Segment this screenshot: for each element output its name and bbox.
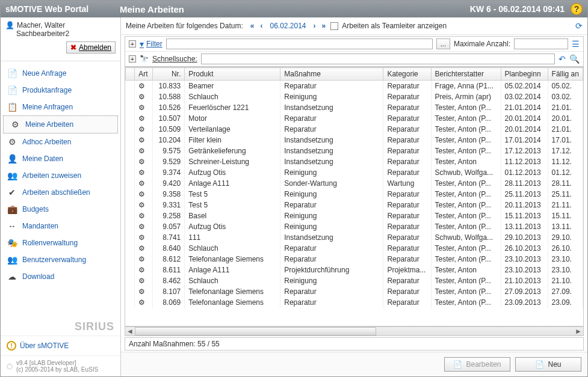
filter-more-button[interactable]: ... bbox=[436, 38, 450, 49]
sidebar-item-mandanten[interactable]: ↔Mandanten bbox=[1, 218, 120, 234]
table-row[interactable]: ⚙8.107Telefonanlage SiemensReparaturRepa… bbox=[126, 286, 583, 297]
nav-icon: ✔ bbox=[7, 187, 17, 198]
column-header[interactable]: Art bbox=[135, 68, 153, 81]
expand-filter-icon[interactable]: + bbox=[129, 40, 136, 48]
sidebar-item-budgets[interactable]: 💼Budgets bbox=[1, 201, 120, 218]
column-header[interactable]: Planbeginn bbox=[501, 68, 548, 81]
sidebar-item-arbeiten-abschließen[interactable]: ✔Arbeiten abschließen bbox=[1, 184, 120, 201]
column-header[interactable]: Produkt bbox=[185, 68, 280, 81]
table-row[interactable]: ⚙9.331Test 5ReparaturReparaturTester, An… bbox=[126, 200, 583, 210]
gear-icon: ⚙ bbox=[138, 136, 145, 144]
gear-icon: ⚙ bbox=[138, 179, 145, 188]
date-link[interactable]: 06.02.2014 bbox=[267, 22, 308, 30]
nav-icon: 📄 bbox=[7, 68, 17, 79]
sidebar-item-label: Budgets bbox=[22, 205, 49, 213]
about-link[interactable]: !Über sMOTIVE bbox=[1, 336, 120, 355]
nav-icon: 👥 bbox=[7, 254, 17, 265]
table-row[interactable]: ⚙8.069Telefonanlage SiemensReparaturRepa… bbox=[126, 297, 583, 308]
gear-icon: ⚙ bbox=[138, 287, 145, 296]
table-row[interactable]: ⚙8.612Telefonanlage SiemensReparaturRepa… bbox=[126, 254, 583, 265]
sidebar-item-label: Meine Anfragen bbox=[22, 103, 73, 111]
datebar-label: Meine Arbeiten für folgendes Datum: bbox=[126, 22, 243, 30]
prev-icon[interactable]: ‹ bbox=[259, 22, 264, 30]
table-row[interactable]: ⚙9.420Anlage A111Sonder-WartungWartungTe… bbox=[126, 178, 583, 189]
column-header[interactable]: Nr. bbox=[152, 68, 185, 81]
logout-button[interactable]: Abmelden bbox=[66, 41, 116, 54]
sidebar-item-label: Produktanfrage bbox=[22, 86, 72, 94]
table-row[interactable]: ⚙8.640SchlauchReparaturReparaturTester, … bbox=[126, 243, 583, 254]
nav-icon: ↔ bbox=[7, 221, 17, 231]
gear-icon: ⚙ bbox=[138, 277, 145, 285]
expand-quicksearch-icon[interactable]: + bbox=[129, 55, 136, 63]
table-row[interactable]: ⚙9.575GetränkelieferungInstandsetzungRep… bbox=[126, 146, 583, 156]
sidebar-item-produktanfrage[interactable]: 📄Produktanfrage bbox=[1, 82, 120, 99]
count-bar: Anzahl Maßnahmen: 55 / 55 bbox=[125, 337, 584, 351]
nav: 📄Neue Anfrage📄Produktanfrage📋Meine Anfra… bbox=[1, 61, 120, 318]
sidebar-item-rollenverwaltung[interactable]: 🎭Rollenverwaltung bbox=[1, 234, 120, 251]
sidebar-item-label: Meine Arbeiten bbox=[25, 120, 73, 129]
table-row[interactable]: ⚙10.507MotorReparaturReparaturTester, An… bbox=[126, 113, 583, 124]
table-row[interactable]: ⚙9.057Aufzug OtisReinigungReparaturTeste… bbox=[126, 221, 583, 232]
sidebar-item-meine-daten[interactable]: 👤Meine Daten bbox=[1, 150, 120, 167]
table-row[interactable]: ⚙9.374Aufzug OtisReinigungReparaturSchwu… bbox=[126, 167, 583, 178]
apply-filter-icon[interactable]: ☰ bbox=[572, 39, 580, 49]
sidebar-item-label: Benutzerverwaltung bbox=[22, 256, 86, 264]
table-row[interactable]: ⚙8.741111InstandsetzungReparaturSchwub, … bbox=[126, 232, 583, 243]
scroll-thumb[interactable] bbox=[135, 327, 376, 336]
edit-button[interactable]: 📄Bearbeiten bbox=[444, 357, 510, 372]
brand: sMOTIVE Web Portal bbox=[5, 4, 120, 14]
help-icon[interactable]: ? bbox=[571, 3, 583, 15]
undo-icon[interactable]: ↶ bbox=[559, 54, 566, 64]
table-row[interactable]: ⚙9.258BaselReinigungReparaturTester, Ant… bbox=[126, 210, 583, 221]
table-row[interactable]: ⚙9.529Schreiner-LeistungInstandsetzungRe… bbox=[126, 156, 583, 167]
sidebar-item-adhoc-arbeiten[interactable]: ⚙Adhoc Arbeiten bbox=[1, 133, 120, 150]
max-input[interactable] bbox=[514, 38, 568, 49]
column-header[interactable]: Fällig an bbox=[548, 68, 583, 81]
new-button[interactable]: 📄Neu bbox=[515, 357, 581, 372]
horizontal-scrollbar[interactable]: ◄ ► bbox=[125, 326, 584, 336]
sidebar-item-neue-anfrage[interactable]: 📄Neue Anfrage bbox=[1, 65, 120, 82]
table-row[interactable]: ⚙10.204Filter kleinInstandsetzungReparat… bbox=[126, 135, 583, 146]
binoculars-icon: 🔭 bbox=[140, 55, 149, 63]
table-row[interactable]: ⚙8.462SchlauchReinigungReparaturTester, … bbox=[126, 275, 583, 286]
quicksearch-label: Schnellsuche: bbox=[152, 55, 197, 63]
table-row[interactable]: ⚙9.358Test 5ReinigungReparaturTester, An… bbox=[126, 189, 583, 200]
first-icon[interactable]: « bbox=[249, 22, 256, 30]
filter-label[interactable]: ▾Filter bbox=[140, 39, 162, 49]
next-icon[interactable]: › bbox=[312, 22, 317, 30]
table-row[interactable]: ⚙10.526Feuerlöscher 1221InstandsetzungRe… bbox=[126, 102, 583, 113]
table-row[interactable]: ⚙8.611Anlage A111ProjektdurchführungProj… bbox=[126, 265, 583, 275]
gear-icon: ⚙ bbox=[138, 255, 145, 263]
table-row[interactable]: ⚙10.588SchlauchReinigungReparaturPreis, … bbox=[126, 91, 583, 102]
funnel-icon: ▾ bbox=[140, 39, 144, 49]
nav-icon: ☁ bbox=[7, 271, 17, 282]
column-header[interactable]: Berichterstatter bbox=[431, 68, 501, 81]
info-icon: ! bbox=[7, 341, 16, 351]
sidebar-item-meine-anfragen[interactable]: 📋Meine Anfragen bbox=[1, 99, 120, 115]
nav-icon: 👤 bbox=[7, 153, 17, 164]
refresh-icon[interactable]: ⟳ bbox=[575, 21, 583, 31]
filter-input[interactable] bbox=[166, 38, 433, 49]
gear-icon: ⚙ bbox=[138, 222, 145, 231]
gear-icon: ⚙ bbox=[138, 190, 145, 198]
search-icon[interactable]: 🔍 bbox=[569, 54, 580, 64]
scroll-right-icon[interactable]: ► bbox=[574, 327, 583, 336]
teamleader-label: Arbeiten als Teamleiter anzeigen bbox=[342, 22, 447, 30]
sidebar-item-meine-arbeiten[interactable]: ⚙Meine Arbeiten bbox=[3, 115, 118, 133]
quicksearch-input[interactable] bbox=[201, 54, 555, 64]
sidebar-item-arbeiten-zuweisen[interactable]: 👥Arbeiten zuweisen bbox=[1, 167, 120, 184]
sidebar-item-label: Adhoc Arbeiten bbox=[22, 138, 71, 146]
table-row[interactable]: ⚙10.509VerteilanlageReparaturReparaturTe… bbox=[126, 124, 583, 135]
nav-icon: 🎭 bbox=[7, 238, 17, 248]
gear-icon: ⚙ bbox=[138, 103, 145, 112]
column-header[interactable]: Maßnahme bbox=[280, 68, 383, 81]
teamleader-checkbox[interactable] bbox=[330, 22, 338, 30]
sidebar-item-download[interactable]: ☁Download bbox=[1, 268, 120, 285]
column-header[interactable]: Kategorie bbox=[383, 68, 431, 81]
table-row[interactable]: ⚙10.833BeamerReparaturReparaturFrage, An… bbox=[126, 81, 583, 92]
sidebar-item-benutzerverwaltung[interactable]: 👥Benutzerverwaltung bbox=[1, 251, 120, 268]
gear-icon: ⚙ bbox=[138, 244, 145, 253]
scroll-left-icon[interactable]: ◄ bbox=[125, 327, 135, 336]
last-icon[interactable]: » bbox=[321, 22, 327, 30]
gear-icon: ⚙ bbox=[138, 82, 145, 90]
